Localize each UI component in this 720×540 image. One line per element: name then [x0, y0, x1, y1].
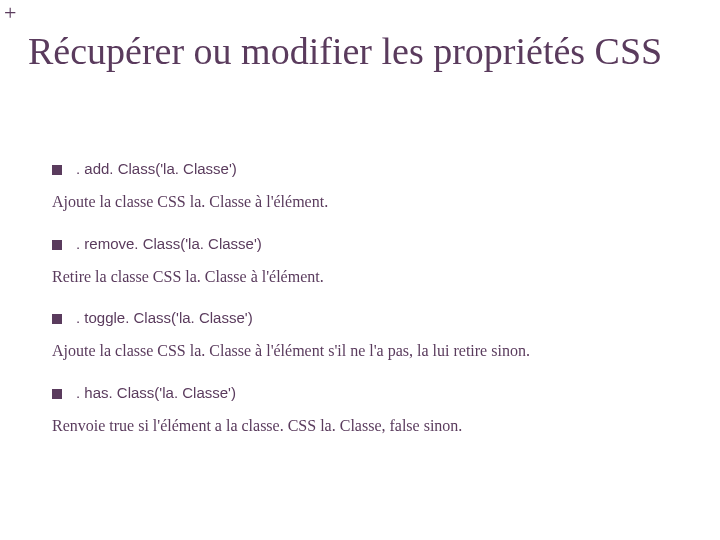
square-bullet-icon [52, 389, 62, 399]
square-bullet-icon [52, 240, 62, 250]
bullet-text: . remove. Class('la. Classe') [76, 235, 262, 252]
bullet-text: . add. Class('la. Classe') [76, 160, 237, 177]
bullet-item: . has. Class('la. Classe') [52, 384, 680, 401]
bullet-item: . remove. Class('la. Classe') [52, 235, 680, 252]
square-bullet-icon [52, 165, 62, 175]
bullet-item: . add. Class('la. Classe') [52, 160, 680, 177]
corner-plus: + [4, 2, 16, 24]
bullet-item: . toggle. Class('la. Classe') [52, 309, 680, 326]
bullet-text: . has. Class('la. Classe') [76, 384, 236, 401]
bullet-desc: Ajoute la classe CSS la. Classe à l'élém… [52, 191, 680, 213]
bullet-desc: Renvoie true si l'élément a la classe. C… [52, 415, 680, 437]
bullet-desc: Ajoute la classe CSS la. Classe à l'élém… [52, 340, 680, 362]
square-bullet-icon [52, 314, 62, 324]
bullet-desc: Retire la classe CSS la. Classe à l'élém… [52, 266, 680, 288]
slide-body: . add. Class('la. Classe') Ajoute la cla… [52, 160, 680, 458]
slide-title: Récupérer ou modifier les propriétés CSS [28, 30, 710, 74]
bullet-text: . toggle. Class('la. Classe') [76, 309, 253, 326]
slide: + Récupérer ou modifier les propriétés C… [0, 0, 720, 540]
